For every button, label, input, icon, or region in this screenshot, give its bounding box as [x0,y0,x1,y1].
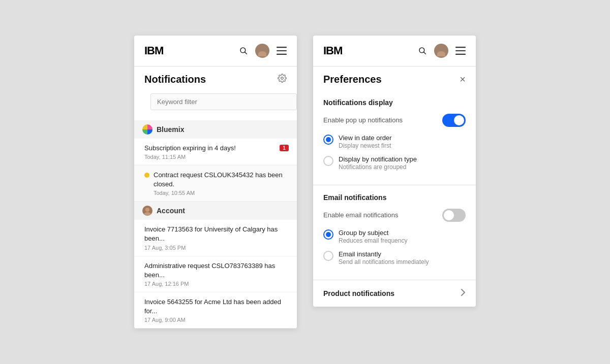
gear-icon[interactable] [278,74,287,85]
preferences-header: IBM [313,36,476,67]
notif-item-admin[interactable]: Administrative request CSLO783763389 has… [134,256,297,292]
enable-email-label: Enable email notifications [323,211,398,219]
notif-item-invoice-2[interactable]: Invoice 5643255 for Acme Ltd has been ad… [134,292,297,328]
popup-toggle-track[interactable] [442,114,466,127]
notif-content-invoice-1: Invoice 7713563 for University of Calgar… [144,225,289,250]
bluemix-icon [142,124,152,135]
group-subject-sub: Reduces email frequency [339,237,407,244]
view-date-radio[interactable] [323,135,333,145]
search-icon-left[interactable] [239,46,248,55]
view-date-sub: Display newest first [339,142,392,149]
view-date-text: View in date order Display newest first [339,134,392,149]
email-instantly-label: Email instantly [339,250,429,258]
product-notifications-label: Product notifications [323,289,394,297]
product-notifications-row[interactable]: Product notifications [313,280,476,307]
notif-title-admin: Administrative request CSLO783763389 has… [144,261,289,280]
ibm-logo-left: IBM [144,44,163,57]
preferences-title: Preferences [323,74,382,85]
avatar-left[interactable] [255,44,269,58]
display-type-sub: Notifications are grouped [339,163,417,171]
notif-badge-1: 1 [280,145,289,151]
bluemix-group-name: Bluemix [157,125,184,134]
group-subject-radio-dot [326,232,331,237]
chevron-right-icon [461,288,466,299]
group-subject-option[interactable]: Group by subject Reduces email frequency [323,229,466,244]
group-subject-radio[interactable] [323,229,333,240]
svg-rect-10 [455,47,466,48]
notif-content-contract: Contract request CSLOUK345432 has been c… [154,171,289,196]
popup-toggle-thumb [454,115,464,125]
svg-line-1 [245,52,247,54]
notif-content-admin: Administrative request CSLO783763389 has… [144,261,289,287]
email-notifications-section: Email notifications Enable email notific… [313,185,476,280]
svg-point-5 [281,77,284,79]
enable-email-row: Enable email notifications [323,209,466,222]
svg-line-9 [424,52,426,54]
svg-rect-3 [277,50,287,51]
group-subject-label: Group by subject [339,229,407,237]
svg-rect-4 [277,53,287,54]
header-icons-right [418,44,466,58]
search-icon-right[interactable] [418,46,427,55]
close-icon[interactable]: × [460,74,466,84]
email-toggle[interactable] [442,209,466,222]
email-instantly-option[interactable]: Email instantly Send all notifications i… [323,250,466,266]
notifications-display-section: Notifications display Enable pop up noti… [313,90,476,185]
notif-title-invoice-1: Invoice 7713563 for University of Calgar… [144,225,289,243]
notif-item-contract[interactable]: Contract request CSLOUK345432 has been c… [134,166,297,202]
menu-icon-left[interactable] [277,47,287,55]
popup-label: Enable pop up notifications [323,116,403,124]
yellow-dot-icon [144,173,149,178]
preferences-panel: IBM Preferences × Notifications display [313,36,476,307]
email-toggle-thumb [444,210,454,220]
notif-title-1: Subscription expiring in 4 days! [144,144,276,153]
preferences-title-row: Preferences × [313,67,476,90]
email-instantly-sub: Send all notifications immediately [339,258,429,266]
account-avatar-icon [142,206,152,216]
group-subject-text: Group by subject Reduces email frequency [339,229,407,244]
email-notifications-title: Email notifications [323,193,466,202]
notif-title-contract: Contract request CSLOUK345432 has been c… [154,171,289,189]
svg-rect-12 [455,53,466,54]
svg-rect-11 [455,50,466,51]
display-by-type-option[interactable]: Display by notification type Notificatio… [323,155,466,171]
notifications-header: IBM [134,36,297,67]
svg-point-7 [144,212,151,216]
email-toggle-track[interactable] [442,209,466,222]
notif-time-invoice-2: 17 Aug, 9:00 AM [144,317,289,323]
notif-time-contract: Today, 10:55 AM [154,190,289,196]
svg-point-8 [419,48,424,53]
notif-title-invoice-2: Invoice 5643255 for Acme Ltd has been ad… [144,297,289,316]
notifications-title: Notifications [144,74,206,85]
popup-notifications-row: Enable pop up notifications [323,114,466,127]
notifications-panel: IBM Notifications [134,36,297,329]
search-bar-container [134,90,297,120]
view-date-radio-dot [326,137,331,142]
email-instantly-text: Email instantly Send all notifications i… [339,250,429,266]
account-group-name: Account [157,207,185,215]
ibm-logo-right: IBM [323,44,342,57]
header-icons-left [239,44,287,58]
account-group-header: Account [134,202,297,220]
display-type-text: Display by notification type Notificatio… [339,155,417,171]
notif-time-invoice-1: 17 Aug, 3:05 PM [144,245,289,251]
notif-item-invoice-1[interactable]: Invoice 7713563 for University of Calgar… [134,220,297,256]
notifications-display-title: Notifications display [323,98,466,107]
notif-item-bluemix-1[interactable]: Subscription expiring in 4 days! Today, … [134,139,297,166]
popup-toggle[interactable] [442,114,466,127]
view-date-label: View in date order [339,134,392,142]
avatar-right[interactable] [434,44,448,58]
keyword-filter-input[interactable] [150,93,297,110]
view-date-order-option[interactable]: View in date order Display newest first [323,134,466,149]
display-type-label: Display by notification type [339,155,417,163]
notif-content-invoice-2: Invoice 5643255 for Acme Ltd has been ad… [144,297,289,323]
menu-icon-right[interactable] [455,47,466,55]
display-type-radio[interactable] [323,156,333,166]
svg-rect-2 [277,47,287,48]
notif-time-admin: 17 Aug, 12:16 PM [144,281,289,287]
bluemix-group-header: Bluemix [134,120,297,139]
email-instantly-radio[interactable] [323,251,333,261]
notifications-title-row: Notifications [134,67,297,90]
svg-point-0 [240,48,246,53]
notif-content-1: Subscription expiring in 4 days! Today, … [144,144,276,160]
